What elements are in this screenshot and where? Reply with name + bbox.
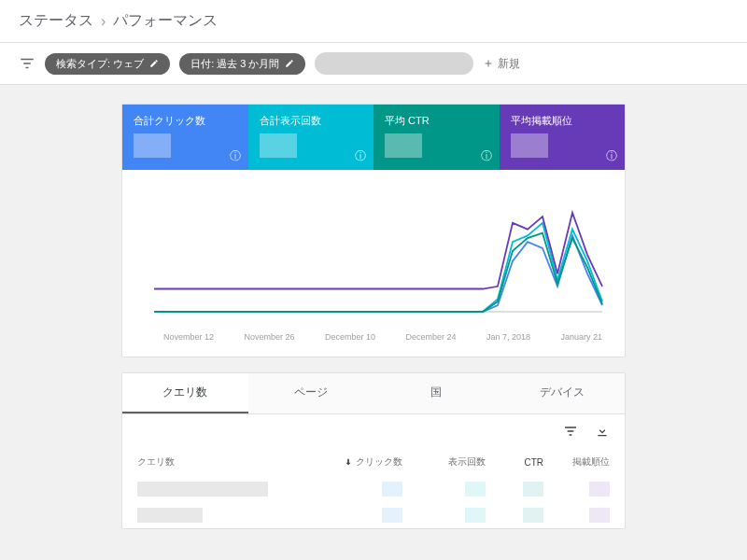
cell-redacted [589, 482, 610, 497]
pencil-icon [149, 59, 159, 68]
metric-label: 平均 CTR [385, 114, 488, 128]
chip-search-type[interactable]: 検索タイプ: ウェブ [45, 53, 170, 75]
chip-date-range[interactable]: 日付: 過去 3 か月間 [179, 53, 305, 75]
table-card: クエリ数 ページ 国 デバイス クエリ数 クリック数 表示回数 CTR 掲載順位 [121, 372, 626, 529]
metric-value-redacted [260, 133, 297, 158]
help-icon[interactable]: ⓘ [230, 148, 241, 164]
table-row[interactable] [122, 476, 625, 502]
filter-icon[interactable] [19, 55, 35, 72]
x-tick-label: December 10 [325, 332, 375, 342]
chip-redacted[interactable] [315, 52, 473, 75]
metric-clicks[interactable]: 合計クリック数 ⓘ [122, 105, 248, 170]
pencil-icon [285, 59, 294, 68]
breadcrumb-status[interactable]: ステータス [19, 11, 93, 31]
cell-redacted [382, 482, 402, 497]
add-filter-label: 新規 [498, 56, 520, 72]
breadcrumb-separator: › [101, 13, 106, 30]
col-position[interactable]: 掲載順位 [543, 455, 610, 469]
metric-value-redacted [134, 133, 171, 158]
metrics-row: 合計クリック数 ⓘ 合計表示回数 ⓘ 平均 CTR ⓘ 平均掲載順位 ⓘ [122, 105, 625, 170]
add-filter-button[interactable]: 新規 [483, 56, 520, 72]
tab-queries[interactable]: クエリ数 [122, 373, 248, 413]
download-icon[interactable] [595, 424, 610, 439]
cell-redacted [523, 482, 543, 497]
cell-redacted [523, 508, 543, 523]
col-clicks[interactable]: クリック数 [319, 455, 402, 469]
tab-pages[interactable]: ページ [248, 373, 374, 413]
x-tick-label: Jan 7, 2018 [486, 332, 530, 342]
chip-search-type-label: 検索タイプ: ウェブ [56, 57, 144, 71]
col-query[interactable]: クエリ数 [137, 455, 319, 469]
line-chart: November 12November 26December 10Decembe… [122, 170, 625, 357]
breadcrumb: ステータス › パフォーマンス [0, 0, 747, 43]
cell-redacted [465, 482, 486, 497]
x-tick-label: November 26 [244, 332, 294, 342]
metric-value-redacted [511, 133, 548, 158]
cell-redacted [382, 508, 402, 523]
tabs: クエリ数 ページ 国 デバイス [122, 373, 625, 414]
tab-devices[interactable]: デバイス [500, 373, 626, 413]
table-header-row: クエリ数 クリック数 表示回数 CTR 掲載順位 [122, 448, 625, 476]
metric-label: 合計表示回数 [260, 114, 363, 128]
cell-redacted [137, 482, 268, 497]
chart-svg [135, 179, 612, 329]
filter-bar: 検索タイプ: ウェブ 日付: 過去 3 か月間 新規 [0, 43, 747, 85]
table-row[interactable] [122, 502, 625, 528]
cell-redacted [137, 508, 203, 523]
tab-countries[interactable]: 国 [374, 373, 500, 413]
performance-card: 合計クリック数 ⓘ 合計表示回数 ⓘ 平均 CTR ⓘ 平均掲載順位 ⓘ [121, 104, 626, 357]
metric-label: 合計クリック数 [134, 114, 237, 128]
cell-redacted [589, 508, 610, 523]
help-icon[interactable]: ⓘ [606, 148, 617, 164]
col-ctr[interactable]: CTR [486, 457, 543, 468]
plus-icon [483, 58, 494, 69]
table-toolbar [122, 414, 625, 448]
metric-impressions[interactable]: 合計表示回数 ⓘ [248, 105, 374, 170]
chart-x-axis: November 12November 26December 10Decembe… [135, 329, 612, 349]
help-icon[interactable]: ⓘ [481, 148, 492, 164]
x-tick-label: December 24 [405, 332, 456, 342]
table-filter-icon[interactable] [563, 424, 578, 439]
metric-ctr[interactable]: 平均 CTR ⓘ [374, 105, 500, 170]
col-impressions[interactable]: 表示回数 [402, 455, 486, 469]
metric-position[interactable]: 平均掲載順位 ⓘ [500, 105, 626, 170]
metric-label: 平均掲載順位 [511, 114, 614, 128]
arrow-down-icon [344, 457, 353, 467]
x-tick-label: January 21 [560, 332, 602, 342]
chip-date-range-label: 日付: 過去 3 か月間 [190, 57, 279, 71]
cell-redacted [465, 508, 486, 523]
help-icon[interactable]: ⓘ [355, 148, 366, 164]
breadcrumb-performance: パフォーマンス [113, 11, 218, 31]
x-tick-label: November 12 [163, 332, 214, 342]
metric-value-redacted [385, 133, 422, 158]
